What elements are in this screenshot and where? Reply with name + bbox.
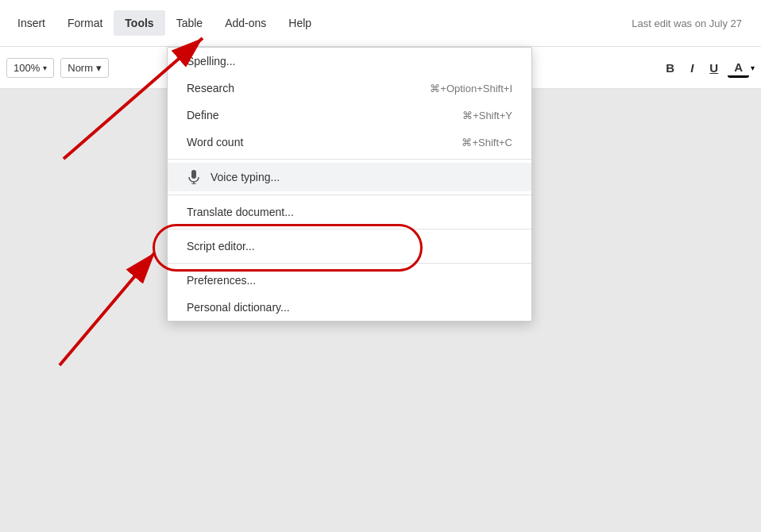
- dropdown-item-label: Preferences...: [187, 274, 512, 287]
- font-color-arrow[interactable]: ▾: [751, 64, 755, 72]
- menu-tools[interactable]: Tools: [114, 10, 164, 36]
- dropdown-item-label: Spelling...: [187, 55, 512, 67]
- dropdown-item-shortcut: ⌘+Shift+Y: [462, 110, 512, 121]
- bold-button[interactable]: B: [659, 58, 681, 78]
- italic-button[interactable]: I: [684, 58, 700, 78]
- dropdown-item-translate-document---[interactable]: Translate document...: [168, 199, 531, 226]
- style-value: Norm: [68, 62, 93, 74]
- dropdown-item-script-editor---[interactable]: Script editor...: [168, 233, 531, 260]
- dropdown-item-label: Voice typing...: [211, 171, 512, 183]
- menu-format[interactable]: Format: [56, 10, 114, 36]
- last-edit-label: Last edit was on July 27: [632, 17, 755, 29]
- tools-dropdown: Spelling...Research⌘+Option+Shift+IDefin…: [167, 47, 532, 322]
- dropdown-item-shortcut: ⌘+Shift+C: [462, 137, 512, 148]
- style-selector[interactable]: Norm ▾: [60, 58, 108, 78]
- dropdown-item-research[interactable]: Research⌘+Option+Shift+I: [168, 75, 531, 102]
- menu-table[interactable]: Table: [165, 10, 214, 36]
- microphone-icon: [187, 170, 201, 184]
- zoom-selector[interactable]: 100% ▾: [6, 58, 54, 78]
- dropdown-item-spelling---[interactable]: Spelling...: [168, 48, 531, 75]
- menu-insert[interactable]: Insert: [6, 10, 56, 36]
- dropdown-item-preferences---[interactable]: Preferences...: [168, 267, 531, 294]
- underline-button[interactable]: U: [703, 58, 724, 78]
- dropdown-item-label: Word count: [187, 136, 430, 148]
- dropdown-item-personal-dictionary---[interactable]: Personal dictionary...: [168, 294, 531, 321]
- dropdown-item-voice-typing---[interactable]: Voice typing...: [168, 163, 531, 191]
- menubar: Insert Format Tools Table Add-ons Help L…: [0, 0, 761, 47]
- dropdown-item-word-count[interactable]: Word count⌘+Shift+C: [168, 129, 531, 156]
- dropdown-item-label: Translate document...: [187, 206, 512, 218]
- dropdown-item-define[interactable]: Define⌘+Shift+Y: [168, 102, 531, 129]
- zoom-value: 100%: [14, 62, 40, 74]
- dropdown-item-label: Personal dictionary...: [187, 301, 512, 314]
- font-color-button[interactable]: A: [728, 57, 749, 78]
- dropdown-item-shortcut: ⌘+Option+Shift+I: [430, 83, 512, 94]
- dropdown-separator: [168, 159, 531, 160]
- dropdown-item-label: Script editor...: [187, 240, 512, 253]
- dropdown-item-label: Define: [187, 109, 431, 121]
- dropdown-item-label: Research: [187, 82, 398, 94]
- style-arrow: ▾: [96, 62, 102, 74]
- menu-help[interactable]: Help: [277, 10, 323, 36]
- dropdown-separator: [168, 195, 531, 195]
- menu-addons[interactable]: Add-ons: [214, 10, 277, 36]
- dropdown-separator: [168, 229, 531, 229]
- dropdown-separator: [168, 263, 531, 264]
- svg-rect-0: [191, 170, 196, 179]
- zoom-arrow: ▾: [43, 64, 47, 72]
